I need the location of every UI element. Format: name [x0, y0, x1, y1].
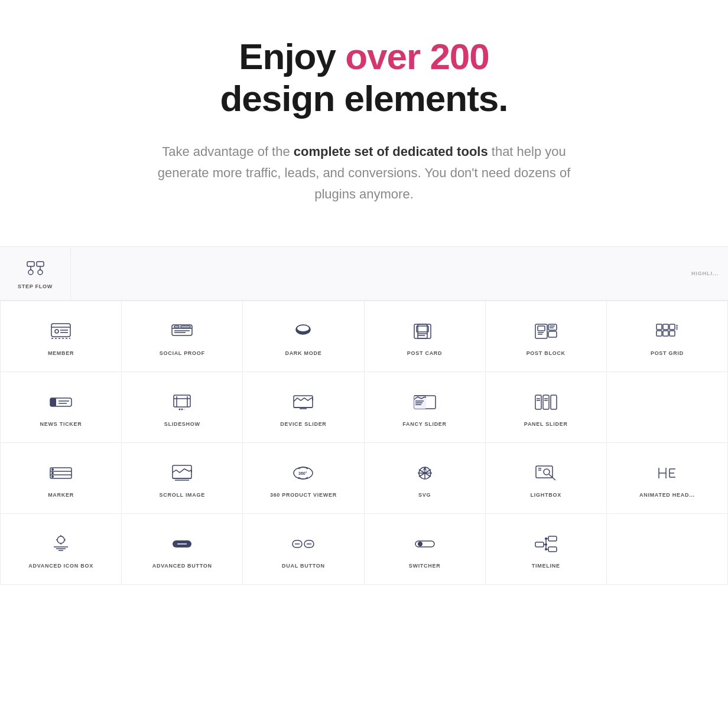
svg-point-73 — [51, 468, 54, 471]
hero-title-accent: over 200 — [345, 36, 489, 77]
cell-label-svg: SVG — [418, 492, 431, 498]
social-proof-icon — [168, 321, 196, 342]
svg-icon — [411, 462, 439, 484]
svg-rect-27 — [538, 326, 545, 331]
cell-label-advanced-icon-box: ADVANCED ICON BOX — [28, 563, 93, 569]
lightbox-icon — [532, 462, 560, 484]
cell-timeline[interactable]: TIMELINE — [486, 514, 607, 585]
svg-point-20 — [297, 325, 309, 331]
svg-rect-34 — [656, 324, 662, 330]
svg-point-74 — [51, 472, 54, 474]
post-block-icon — [532, 321, 560, 342]
svg-rect-14 — [174, 326, 179, 328]
cell-post-grid[interactable]: POST GRID — [607, 301, 728, 372]
svg-rect-63 — [535, 395, 541, 409]
svg-rect-0 — [27, 262, 34, 266]
grid-section: MEMBER SOCIAL PROOF — [0, 301, 728, 597]
cell-marker[interactable]: MARKER — [1, 443, 122, 514]
svg-point-113 — [418, 542, 422, 546]
cell-dual-button[interactable]: DUAL BUTTON — [243, 514, 364, 585]
strip-item-step-flow[interactable]: STEP FLOW — [0, 247, 71, 300]
svg-point-8 — [55, 330, 58, 333]
svg-rect-54 — [294, 396, 313, 408]
member-icon — [47, 321, 75, 342]
cell-label-member: MEMBER — [48, 350, 74, 356]
step-flow-icon — [25, 258, 46, 279]
animated-heading-icon — [653, 462, 681, 484]
svg-point-75 — [51, 475, 54, 478]
cell-post-card[interactable]: POST CARD — [365, 301, 486, 372]
svg-rect-65 — [551, 395, 557, 409]
hero-title: Enjoy over 200 design elements. — [12, 35, 716, 120]
cell-label-timeline: TIMELINE — [532, 563, 560, 569]
cell-svg[interactable]: SVG — [365, 443, 486, 514]
svg-rect-115 — [535, 542, 544, 547]
svg-point-53 — [184, 408, 186, 410]
cell-label-social-proof: SOCIAL PROOF — [160, 350, 205, 356]
fancy-slider-icon — [411, 392, 439, 413]
svg-point-1 — [28, 270, 33, 275]
cell-label-panel-slider: PANEL SLIDER — [524, 421, 568, 427]
360-viewer-icon: 360° — [289, 462, 317, 484]
scroll-image-icon — [168, 462, 196, 484]
cell-label-post-block: POST BLOCK — [526, 350, 566, 356]
cell-panel-slider[interactable]: PANEL SLIDER — [486, 372, 607, 443]
timeline-icon — [532, 533, 560, 555]
cell-advanced-button[interactable]: ADVANCED BUTTON — [122, 514, 243, 585]
svg-rect-38 — [663, 331, 668, 336]
cell-news-ticker[interactable]: NEWS TICKER — [1, 372, 122, 443]
cell-360-viewer[interactable]: 360° 360 PRODUCT VIEWER — [243, 443, 364, 514]
svg-point-51 — [179, 408, 181, 410]
svg-point-98 — [57, 536, 64, 543]
cell-scroll-image[interactable]: SCROLL IMAGE — [122, 443, 243, 514]
subtitle-bold: complete set of dedicated tools — [294, 144, 488, 159]
cell-member[interactable]: MEMBER — [1, 301, 122, 372]
cell-label-advanced-button: ADVANCED BUTTON — [152, 563, 212, 569]
cell-switcher[interactable]: SWITCHER — [365, 514, 486, 585]
cell-label-slideshow: SLIDESHOW — [164, 421, 200, 427]
cell-label-post-card: POST CARD — [407, 350, 442, 356]
svg-rect-76 — [173, 465, 191, 478]
cell-post-block[interactable]: POST BLOCK — [486, 301, 607, 372]
cell-empty-r2 — [607, 372, 728, 443]
svg-rect-35 — [663, 324, 668, 330]
cell-slideshow[interactable]: SLIDESHOW — [122, 372, 243, 443]
highlight-label: HIGHLI... — [682, 266, 728, 281]
svg-rect-64 — [543, 395, 549, 409]
svg-text:360°: 360° — [298, 471, 307, 475]
svg-rect-86 — [536, 466, 552, 478]
svg-rect-30 — [548, 324, 557, 330]
cell-label-360-viewer: 360 PRODUCT VIEWER — [270, 492, 337, 498]
hero-section: Enjoy over 200 design elements. Take adv… — [0, 0, 728, 223]
cell-lightbox[interactable]: LIGHTBOX — [486, 443, 607, 514]
dark-mode-icon — [289, 321, 317, 342]
post-card-icon — [411, 321, 439, 342]
cell-empty-r4 — [607, 514, 728, 585]
cell-advanced-icon-box[interactable]: ADVANCED ICON BOX — [1, 514, 122, 585]
widget-grid: MEMBER SOCIAL PROOF — [0, 301, 728, 585]
cell-dark-mode[interactable]: DARK MODE — [243, 301, 364, 372]
cell-device-slider[interactable]: DEVICE SLIDER — [243, 372, 364, 443]
cell-label-animated-heading: ANIMATED HEAD... — [639, 492, 695, 498]
svg-rect-15 — [181, 326, 190, 328]
cell-label-fancy-slider: FANCY SLIDER — [402, 421, 446, 427]
hero-subtitle: Take advantage of the complete set of de… — [139, 141, 589, 206]
cell-label-dark-mode: DARK MODE — [285, 350, 321, 356]
cell-label-switcher: SWITCHER — [409, 563, 441, 569]
device-slider-icon — [289, 392, 317, 413]
hero-title-line2: design elements. — [220, 78, 508, 119]
dual-button-icon — [289, 533, 317, 555]
cell-fancy-slider[interactable]: FANCY SLIDER — [365, 372, 486, 443]
strip-highlight: HIGHLI... — [682, 247, 728, 300]
svg-rect-114 — [548, 536, 557, 541]
strip-label-step-flow: STEP FLOW — [18, 283, 53, 289]
cell-social-proof[interactable]: SOCIAL PROOF — [122, 301, 243, 372]
svg-point-87 — [544, 469, 550, 475]
cell-label-dual-button: DUAL BUTTON — [282, 563, 325, 569]
svg-point-3 — [38, 270, 43, 275]
advanced-button-icon — [168, 533, 196, 555]
hero-title-line1: Enjoy — [239, 36, 345, 77]
cell-animated-heading[interactable]: ANIMATED HEAD... — [607, 443, 728, 514]
svg-rect-116 — [548, 547, 557, 552]
svg-rect-47 — [174, 395, 190, 407]
